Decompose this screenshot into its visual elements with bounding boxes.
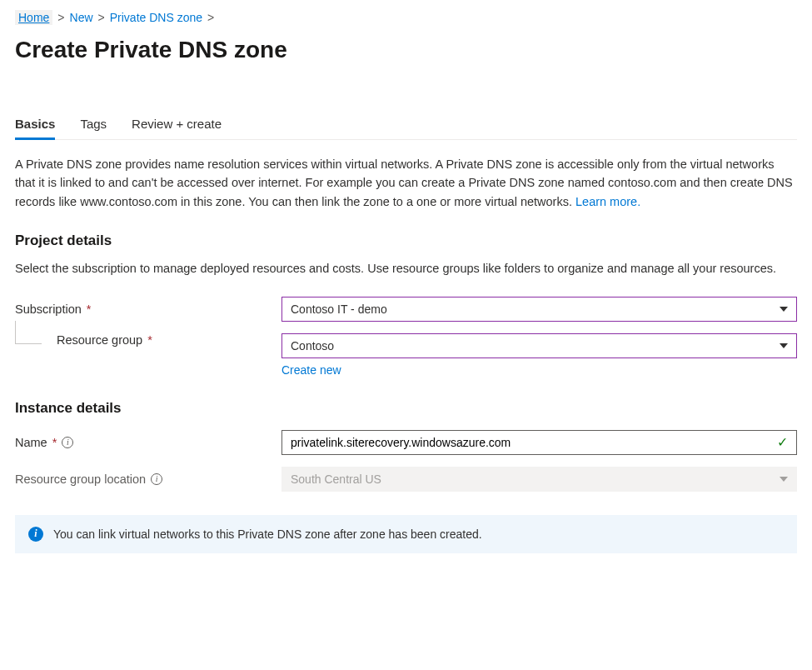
page-title: Create Private DNS zone bbox=[15, 37, 797, 63]
chevron-down-icon bbox=[780, 307, 788, 312]
project-details-heading: Project details bbox=[15, 232, 797, 249]
required-marker: * bbox=[147, 333, 152, 347]
required-marker: * bbox=[52, 436, 57, 449]
resource-group-row: Resource group * Contoso Create new bbox=[15, 333, 797, 377]
info-icon: i bbox=[28, 527, 43, 542]
tab-basics[interactable]: Basics bbox=[15, 112, 55, 139]
breadcrumb: Home > New > Private DNS zone > bbox=[15, 10, 797, 25]
resource-group-label: Resource group * bbox=[57, 333, 152, 347]
name-input[interactable] bbox=[291, 436, 770, 449]
location-label: Resource group location i bbox=[15, 472, 281, 486]
subscription-value: Contoso IT - demo bbox=[291, 302, 387, 316]
resource-group-select[interactable]: Contoso bbox=[281, 333, 797, 358]
project-details-text: Select the subscription to manage deploy… bbox=[15, 259, 797, 278]
location-select: South Central US bbox=[281, 467, 797, 492]
info-icon[interactable]: i bbox=[62, 437, 73, 448]
create-new-link[interactable]: Create new bbox=[281, 363, 341, 377]
learn-more-link[interactable]: Learn more. bbox=[575, 195, 640, 208]
subscription-row: Subscription * Contoso IT - demo bbox=[15, 297, 797, 322]
tab-review-create[interactable]: Review + create bbox=[132, 112, 222, 139]
info-bar-text: You can link virtual networks to this Pr… bbox=[53, 528, 482, 541]
breadcrumb-separator: > bbox=[98, 11, 105, 24]
chevron-down-icon bbox=[780, 477, 788, 482]
tabs: Basics Tags Review + create bbox=[15, 112, 797, 140]
checkmark-icon: ✓ bbox=[777, 434, 788, 450]
name-label-text: Name bbox=[15, 436, 47, 449]
subscription-select[interactable]: Contoso IT - demo bbox=[281, 297, 797, 322]
chevron-down-icon bbox=[780, 343, 788, 348]
resource-group-label-text: Resource group bbox=[57, 333, 142, 347]
breadcrumb-separator: > bbox=[207, 11, 214, 24]
subscription-label-text: Subscription bbox=[15, 302, 82, 316]
location-label-text: Resource group location bbox=[15, 472, 146, 486]
breadcrumb-private-dns-zone[interactable]: Private DNS zone bbox=[110, 11, 202, 24]
indent-line bbox=[15, 321, 42, 344]
info-bar: i You can link virtual networks to this … bbox=[15, 515, 797, 553]
name-row: Name * i ✓ bbox=[15, 430, 797, 455]
breadcrumb-home[interactable]: Home bbox=[15, 10, 52, 25]
location-value: South Central US bbox=[291, 472, 381, 486]
breadcrumb-new[interactable]: New bbox=[70, 11, 93, 24]
subscription-label: Subscription * bbox=[15, 302, 281, 316]
location-row: Resource group location i South Central … bbox=[15, 467, 797, 492]
tab-description: A Private DNS zone provides name resolut… bbox=[15, 155, 797, 211]
info-icon[interactable]: i bbox=[151, 473, 162, 485]
tab-tags[interactable]: Tags bbox=[80, 112, 107, 139]
name-input-wrapper: ✓ bbox=[281, 430, 797, 455]
instance-details-heading: Instance details bbox=[15, 400, 797, 417]
resource-group-value: Contoso bbox=[291, 339, 334, 352]
description-text: A Private DNS zone provides name resolut… bbox=[15, 158, 793, 208]
breadcrumb-separator: > bbox=[57, 11, 64, 24]
required-marker: * bbox=[87, 302, 92, 316]
resource-group-label-wrap: Resource group * bbox=[15, 333, 281, 347]
name-label: Name * i bbox=[15, 436, 281, 449]
